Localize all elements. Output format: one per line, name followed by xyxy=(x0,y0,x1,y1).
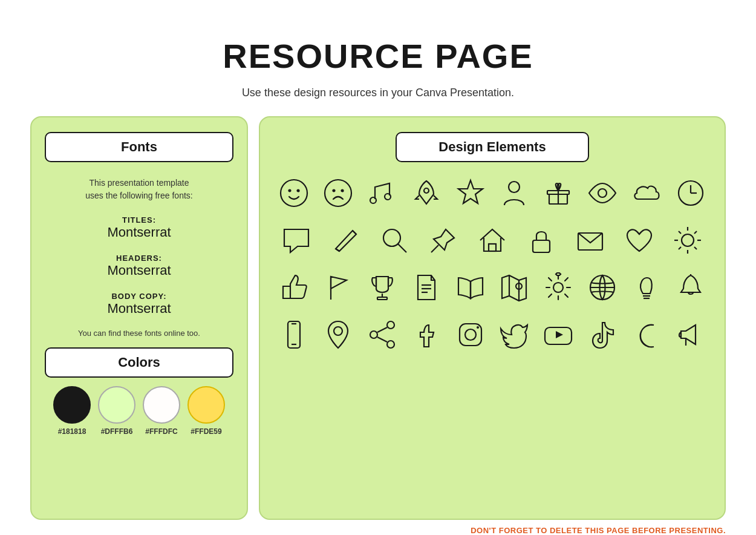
person-icon xyxy=(493,172,535,214)
svg-marker-64 xyxy=(556,331,563,338)
svg-line-21 xyxy=(431,245,438,252)
open-book-icon xyxy=(449,266,492,309)
svg-point-45 xyxy=(553,283,563,292)
svg-point-4 xyxy=(333,190,335,192)
svg-point-2 xyxy=(298,190,299,192)
svg-point-62 xyxy=(477,326,479,329)
moon-icon xyxy=(625,313,668,356)
color-swatch-1: #181818 xyxy=(53,386,91,436)
globe-icon xyxy=(581,266,624,309)
pin-icon xyxy=(422,219,464,261)
gift-icon xyxy=(537,172,579,214)
tiktok-icon xyxy=(581,313,624,356)
svg-point-5 xyxy=(342,190,344,192)
svg-point-57 xyxy=(387,341,394,348)
swatch-yellow xyxy=(187,386,225,424)
find-fonts-text: You can find these fonts online too. xyxy=(45,329,233,338)
gear-icon xyxy=(537,266,579,309)
color-hex-1: #181818 xyxy=(58,427,86,436)
thumbs-up-icon xyxy=(273,266,315,309)
svg-line-58 xyxy=(377,327,387,332)
page-title: RESOURCE PAGE xyxy=(223,36,533,76)
svg-point-25 xyxy=(682,234,694,246)
left-panel: Fonts This presentation template uses th… xyxy=(30,116,248,520)
color-hex-4: #FFDE59 xyxy=(191,427,221,436)
heart-icon xyxy=(618,219,660,261)
swatch-white xyxy=(143,386,180,424)
envelope-icon xyxy=(569,219,611,261)
right-panel: Design Elements xyxy=(259,116,726,520)
cloud-icon xyxy=(625,172,668,214)
color-swatch-4: #FFDE59 xyxy=(187,386,225,436)
body-copy-value: Montserrat xyxy=(45,301,233,317)
house-icon xyxy=(471,219,513,261)
headers-value: Montserrat xyxy=(45,263,233,278)
music-note-icon xyxy=(361,172,403,214)
swatch-light-green xyxy=(98,386,135,424)
main-content: Fonts This presentation template uses th… xyxy=(30,116,726,520)
svg-point-6 xyxy=(370,197,376,203)
svg-point-3 xyxy=(325,180,351,206)
titles-value: Montserrat xyxy=(45,225,233,240)
svg-point-61 xyxy=(465,329,476,340)
svg-point-7 xyxy=(385,194,391,200)
page-subtitle: Use these design resources in your Canva… xyxy=(242,87,514,99)
twitter-icon xyxy=(493,313,535,356)
titles-label: TITLES: xyxy=(45,215,233,225)
colors-section: Colors #181818 #DFFFB6 #FFFDFC #FFDE59 xyxy=(45,347,233,436)
rocket-icon xyxy=(405,172,448,214)
svg-rect-22 xyxy=(489,244,496,251)
svg-line-33 xyxy=(679,247,681,249)
color-hex-2: #DFFFB6 xyxy=(101,427,133,436)
clock-icon xyxy=(670,172,712,214)
svg-rect-36 xyxy=(377,297,387,300)
fonts-description: This presentation template uses the foll… xyxy=(45,177,233,202)
svg-point-19 xyxy=(383,229,400,246)
map-icon xyxy=(493,266,535,309)
flag-icon xyxy=(317,266,359,309)
lock-icon xyxy=(520,219,562,261)
share-icon xyxy=(361,313,403,356)
svg-rect-23 xyxy=(533,240,550,252)
svg-line-30 xyxy=(679,231,681,234)
font-body-copy: BODY COPY: Montserrat xyxy=(45,292,233,317)
color-hex-3: #FFFDFC xyxy=(145,427,177,436)
svg-point-14 xyxy=(598,189,607,197)
megaphone-icon xyxy=(670,313,712,356)
svg-point-10 xyxy=(509,182,520,192)
location-pin-icon xyxy=(317,313,359,356)
color-swatch-3: #FFFDFC xyxy=(143,386,180,436)
instagram-icon xyxy=(449,313,492,356)
smiley-icon xyxy=(273,172,315,214)
icon-row-1 xyxy=(272,172,712,214)
colors-header: Colors xyxy=(45,347,233,378)
svg-point-1 xyxy=(289,190,291,192)
svg-line-59 xyxy=(377,337,387,342)
color-swatches: #181818 #DFFFB6 #FFFDFC #FFDE59 xyxy=(45,386,233,436)
icon-row-2 xyxy=(272,219,712,261)
body-copy-label: BODY COPY: xyxy=(45,292,233,301)
mobile-icon xyxy=(273,313,315,356)
svg-point-0 xyxy=(281,180,307,206)
svg-point-55 xyxy=(387,321,394,329)
svg-point-56 xyxy=(370,331,377,338)
svg-point-54 xyxy=(334,327,342,335)
svg-line-18 xyxy=(353,231,356,234)
font-titles: TITLES: Montserrat xyxy=(45,215,233,240)
icon-row-3 xyxy=(272,266,712,309)
search-icon xyxy=(373,219,415,261)
youtube-icon xyxy=(537,313,579,356)
design-elements-header: Design Elements xyxy=(396,132,589,162)
svg-line-32 xyxy=(694,231,697,234)
swatch-black xyxy=(53,386,91,424)
icon-row-4 xyxy=(272,313,712,356)
svg-point-8 xyxy=(424,188,429,193)
fonts-header: Fonts xyxy=(45,132,233,162)
design-elements-grid xyxy=(272,172,712,356)
sun-icon xyxy=(666,219,709,261)
svg-line-31 xyxy=(694,247,697,249)
svg-line-20 xyxy=(398,244,406,252)
svg-marker-9 xyxy=(458,180,483,203)
sad-face-icon xyxy=(317,172,359,214)
bell-icon xyxy=(670,266,712,309)
